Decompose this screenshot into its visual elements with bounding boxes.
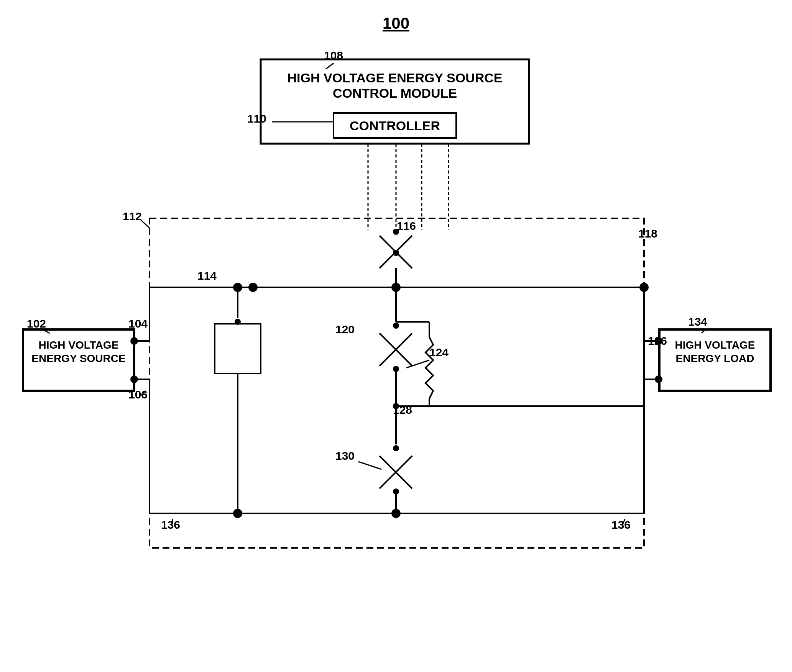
- ref-102: 102: [27, 317, 46, 330]
- ref136a-leader: [172, 519, 173, 526]
- ref-126: 126: [648, 334, 667, 347]
- junction-bottom-center: [391, 509, 401, 518]
- capacitor-box: [215, 324, 261, 374]
- ref-106: 106: [128, 388, 148, 401]
- hv-source-label1: HIGH VOLTAGE: [39, 339, 119, 351]
- ref-104: 104: [128, 317, 148, 330]
- hv-load-label1: HIGH VOLTAGE: [675, 339, 755, 351]
- ref130-leader: [358, 462, 381, 469]
- diagram-title: 100: [383, 14, 409, 32]
- ref-134: 134: [688, 315, 707, 328]
- ref-110: 110: [247, 112, 266, 125]
- hv-source-module-label-line2: CONTROL MODULE: [333, 86, 457, 100]
- ref-136b: 136: [611, 518, 631, 531]
- hv-source-label2: ENERGY SOURCE: [31, 352, 125, 364]
- ref-116: 116: [397, 220, 416, 232]
- controller-label: CONTROLLER: [350, 118, 440, 133]
- ref-120: 120: [335, 323, 355, 336]
- hv-load-label2: ENERGY LOAD: [676, 352, 754, 364]
- hv-source-module-label-line1: HIGH VOLTAGE ENERGY SOURCE: [287, 70, 502, 85]
- ref-118: 118: [638, 227, 657, 240]
- svg-line-2: [141, 220, 150, 228]
- sw130-dot-top: [393, 445, 399, 451]
- junction-bottom-left: [233, 509, 242, 518]
- ref-114: 114: [197, 269, 217, 282]
- ref-108: 108: [324, 49, 343, 62]
- sw120-dot-top: [393, 323, 399, 329]
- ref-136a: 136: [161, 518, 180, 531]
- ref-130: 130: [335, 449, 355, 462]
- ref-124: 124: [429, 346, 449, 359]
- ref-112: 112: [123, 210, 142, 223]
